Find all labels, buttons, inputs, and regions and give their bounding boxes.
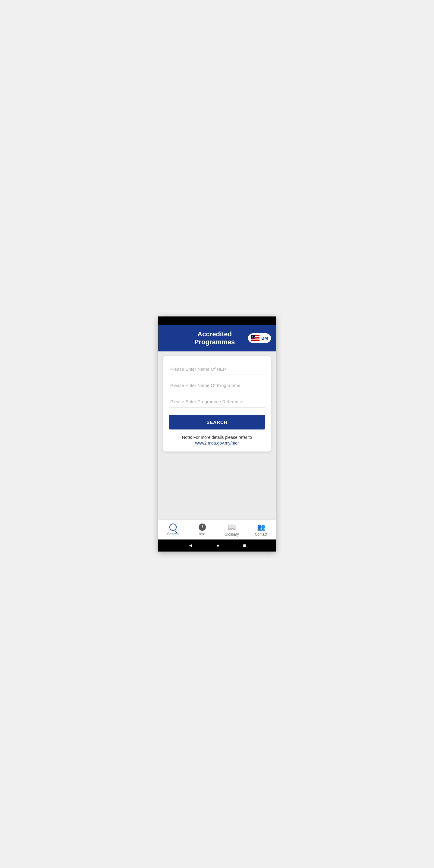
language-label: BM [261,336,268,341]
malaysia-flag-icon [251,335,259,341]
search-button[interactable]: SEARCH [169,415,265,430]
nav-item-info[interactable]: i Info [188,522,217,537]
page-title: Accredited Programmes [181,330,248,346]
status-bar-top [158,316,276,325]
contact-nav-icon: 👥 [257,523,265,531]
nav-label-glossary: Glossary [224,532,239,536]
main-content: SEARCH Note: For more details please ref… [158,351,276,519]
info-nav-icon: i [198,524,206,531]
svg-rect-5 [251,338,259,339]
system-nav-bar: ◄ ● ■ [158,539,276,552]
search-nav-icon [169,524,177,531]
note-text: Note: For more details please refer to [169,434,265,441]
language-button[interactable]: BM [248,333,271,343]
recents-button[interactable]: ■ [243,543,246,548]
hep-name-input[interactable] [169,364,265,375]
bottom-navigation: Search i Info 📖 Glossary 👥 Contact [158,519,276,539]
nav-item-contact[interactable]: 👥 Contact [247,522,276,538]
home-button[interactable]: ● [216,543,219,548]
app-header: Accredited Programmes BM [158,325,276,351]
programme-reference-input[interactable] [169,396,265,407]
nav-item-glossary[interactable]: 📖 Glossary [217,522,247,538]
svg-rect-6 [251,339,259,340]
back-button[interactable]: ◄ [188,543,193,548]
nav-label-contact: Contact [255,532,267,536]
search-card: SEARCH Note: For more details please ref… [163,356,271,452]
nav-label-info: Info [199,532,205,536]
phone-frame: Accredited Programmes BM [158,316,276,552]
programme-name-input[interactable] [169,380,265,391]
glossary-nav-icon: 📖 [227,523,236,531]
nav-item-search[interactable]: Search [158,522,188,537]
note-link[interactable]: www2.mqa.gov.my/mqr [169,441,265,445]
svg-rect-7 [251,340,259,341]
